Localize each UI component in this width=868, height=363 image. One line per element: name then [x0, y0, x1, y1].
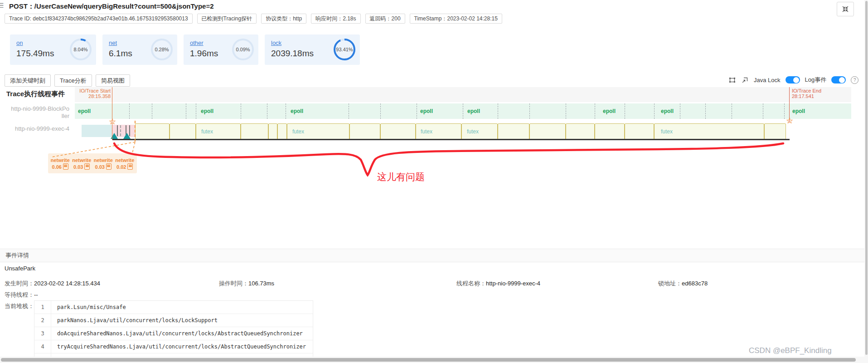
netwrite-event[interactable]: netwrite0.02 — [115, 157, 134, 170]
stack-trace-table[interactable]: 1park.Lsun/misc/Unsafe2parkNanos.Ljava/u… — [34, 300, 313, 358]
thread-row-label-exec4: http-nio-9999-exec-4 — [10, 125, 69, 132]
stack-frame-number: 3 — [34, 327, 51, 340]
detail-field-value: 2023-02-02 14:28:15.434 — [34, 280, 100, 287]
epoll-event-label: epoll — [201, 108, 213, 114]
log-document-icon[interactable] — [106, 163, 112, 170]
futex-event-box[interactable] — [170, 123, 196, 140]
epoll-segment-separator — [286, 103, 286, 119]
metric-link-net[interactable]: net — [109, 39, 117, 46]
info-badge: TimeStamp：2023-02-02 14:28:15 — [410, 14, 502, 24]
metric-value: 175.49ms — [16, 49, 54, 59]
log-document-icon[interactable] — [63, 163, 68, 170]
fit-view-icon[interactable] — [728, 76, 736, 84]
java-lock-toggle-label: Java Lock — [754, 77, 781, 83]
futex-event-box[interactable] — [268, 123, 277, 140]
stack-frame-text: parkNanos.Ljava/util/concurrent/locks/Lo… — [51, 317, 218, 324]
futex-event-box[interactable] — [566, 123, 595, 140]
futex-event-box[interactable] — [764, 123, 786, 140]
restore-view-icon[interactable] — [741, 76, 749, 84]
metric-percent: 0.28% — [153, 40, 171, 59]
stack-frame-row[interactable]: 2parkNanos.Ljava/util/concurrent/locks/L… — [34, 314, 313, 327]
futex-event-box[interactable] — [625, 123, 654, 140]
info-badge: Trace ID: debc1f8342374bc986295b2ad743e0… — [5, 14, 193, 24]
futex-event-label: futex — [467, 128, 479, 135]
netwrite-event[interactable]: netwrite0.03 — [94, 157, 113, 170]
log-document-icon[interactable] — [127, 163, 133, 170]
log-document-icon[interactable] — [84, 163, 90, 170]
futex-event-box[interactable] — [595, 123, 625, 140]
exec-row-baseline — [112, 139, 790, 140]
epoll-segment-separator — [595, 103, 595, 119]
futex-event-box[interactable] — [135, 123, 170, 140]
stack-frame-row[interactable]: 3doAcquireSharedNanos.Ljava/util/concurr… — [34, 327, 313, 340]
netwrite-event[interactable]: netwrite0.03 — [72, 157, 91, 170]
futex-event-box[interactable] — [380, 123, 416, 140]
log-event-toggle[interactable] — [831, 76, 846, 83]
epoll-segment-separator — [625, 103, 625, 119]
metric-percent: 8.04% — [72, 40, 90, 59]
timeline-header-strip — [75, 87, 851, 102]
detail-field-value: 106.73ms — [248, 280, 274, 287]
hamburger-menu-icon[interactable]: ☰ — [0, 2, 4, 9]
detail-field-label: 操作时间： — [219, 280, 248, 287]
futex-event-label: futex — [661, 128, 673, 135]
key-moment-triangle-marker[interactable] — [123, 133, 131, 139]
detail-field: 锁地址：ed683c78 — [658, 280, 708, 288]
stack-frame-number: 4 — [34, 340, 51, 353]
fullscreen-button[interactable] — [837, 2, 854, 16]
epoll-segment-separator — [349, 103, 349, 119]
epoll-segment-separator — [152, 103, 152, 119]
horizontal-scrollbar-thumb[interactable] — [1, 358, 856, 362]
trace-start-label: IO/Trace Start 28:15.358 — [45, 88, 111, 99]
epoll-event-label: epoll — [661, 108, 674, 114]
detail-field-label: 发生时间： — [5, 280, 34, 287]
epoll-segment-separator — [763, 103, 763, 119]
trace-end-label: IO/Trace End 28:17.541 — [792, 88, 821, 99]
info-badge: 返回码：200 — [365, 14, 405, 24]
toolbar-button[interactable]: 简易视图 — [96, 74, 130, 87]
futex-event-box[interactable] — [349, 123, 380, 140]
futex-event-box[interactable] — [529, 123, 566, 140]
metric-percent: 0.09% — [234, 40, 252, 59]
toolbar-button[interactable]: Trace分析 — [54, 74, 92, 87]
metric-card-other: other1.96ms0.09% — [184, 34, 258, 65]
futex-event-box[interactable] — [277, 123, 287, 140]
trace-analysis-app: ☰ POST：/UserCaseNew/queryBigResult?count… — [0, 0, 868, 363]
epoll-segment-separator — [380, 103, 381, 119]
epoll-segment-separator — [196, 103, 196, 119]
stack-frame-row[interactable]: 1park.Lsun/misc/Unsafe — [34, 301, 313, 314]
epoll-segment-separator — [498, 103, 498, 119]
epoll-segment-separator — [129, 103, 130, 119]
futex-event-box[interactable] — [498, 123, 529, 140]
trace-end-time: 28:17.541 — [792, 93, 821, 99]
trace-star-marker[interactable]: ☆ — [109, 117, 116, 127]
red-brace-annotation — [114, 143, 783, 175]
trace-star-marker[interactable]: ☆ — [786, 116, 793, 126]
netwrite-event-value: 0.03 — [95, 164, 105, 170]
futex-event-label: futex — [201, 128, 213, 135]
metric-link-other[interactable]: other — [190, 39, 204, 46]
metric-link-on[interactable]: on — [16, 39, 23, 46]
toolbar-button[interactable]: 添加关键时刻 — [5, 74, 51, 87]
epoll-event-label: epoll — [467, 108, 480, 114]
java-lock-toggle[interactable] — [786, 76, 800, 83]
help-icon[interactable]: ? — [851, 76, 858, 84]
netwrite-event-value-row: 0.03 — [94, 163, 113, 170]
page-title: POST：/UserCaseNew/queryBigResult?count=5… — [9, 2, 214, 11]
metric-gauge: 0.09% — [232, 39, 254, 60]
metric-link-lock[interactable]: lock — [271, 39, 281, 46]
trace-start-time: 28:15.358 — [45, 93, 111, 99]
futex-event-box[interactable] — [241, 123, 268, 140]
wait-thread-field: 等待线程：-- — [5, 291, 38, 299]
netwrite-event-value-row: 0.03 — [72, 163, 91, 170]
stack-frame-text: park.Lsun/misc/Unsafe — [51, 304, 126, 310]
netwrite-event-name: netwrite — [72, 157, 91, 163]
netwrite-guide-line — [135, 121, 136, 142]
event-detail-title: 事件详情 — [5, 251, 29, 260]
netwrite-event[interactable]: netwrite0.06 — [51, 157, 70, 170]
epoll-event-band[interactable]: epollepollepollepollepollepollepollepoll — [75, 103, 851, 119]
stack-frame-row[interactable]: 4tryAcquireSharedNanos.Ljava/util/concur… — [34, 340, 313, 353]
vertical-scrollbar-thumb[interactable] — [865, 1, 868, 355]
trace-end-text: IO/Trace End — [792, 88, 821, 93]
event-tick-marker — [120, 125, 121, 136]
